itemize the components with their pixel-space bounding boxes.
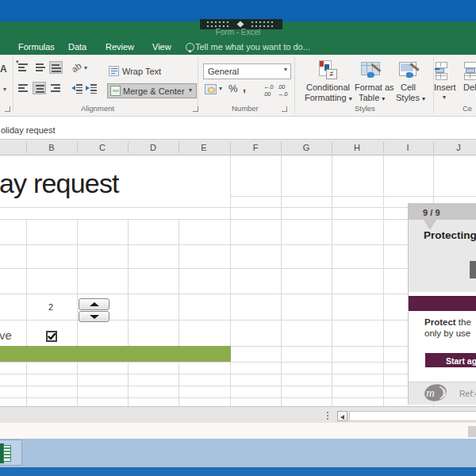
svg-text:m: m (426, 386, 435, 399)
